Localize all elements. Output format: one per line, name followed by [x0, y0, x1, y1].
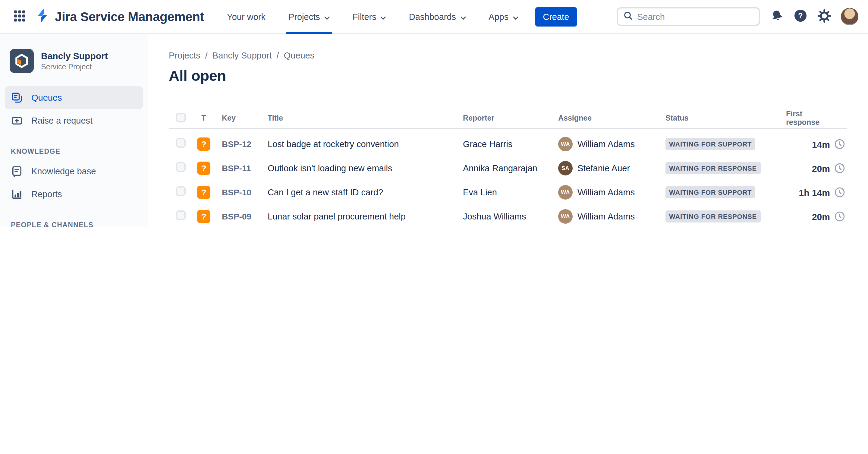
question-type-icon: ?	[197, 138, 210, 151]
sidebar-item-label: Raise a request	[31, 116, 93, 125]
question-type-icon: ?	[197, 186, 210, 199]
column-header-title[interactable]: Title	[264, 114, 463, 122]
column-header-key[interactable]: Key	[217, 114, 264, 122]
assignee-avatar: WA	[558, 185, 572, 200]
clock-icon	[834, 162, 846, 174]
issue-title-link[interactable]: Can I get a new staff ID card?	[268, 187, 383, 197]
nav-right-actions: ?	[767, 7, 858, 26]
grid-icon	[13, 9, 26, 24]
nav-item-projects[interactable]: Projects	[286, 0, 332, 33]
clock-icon	[834, 210, 846, 222]
issue-title-link[interactable]: Lost badge at rocketry convention	[268, 139, 399, 149]
nav-item-filters[interactable]: Filters	[350, 0, 389, 33]
top-navigation: Jira Service Management Your workProject…	[0, 0, 868, 34]
table-row: ? BSP-12 Lost badge at rocketry conventi…	[169, 132, 847, 156]
chevron-down-icon	[324, 12, 330, 22]
project-avatar	[10, 49, 34, 73]
app-switcher-button[interactable]	[10, 7, 29, 26]
chevron-down-icon	[381, 12, 386, 22]
breadcrumb-separator: /	[277, 51, 279, 60]
search-icon	[623, 10, 633, 23]
status-badge: WAITING FOR RESPONSE	[665, 211, 761, 222]
column-header-type[interactable]: T	[190, 114, 217, 122]
chevron-down-icon	[513, 12, 518, 22]
breadcrumb-link[interactable]: Projects	[169, 51, 200, 60]
brand[interactable]: Jira Service Management	[35, 8, 204, 25]
assignee-name: William Adams	[578, 212, 635, 221]
product-name: Jira Service Management	[55, 9, 204, 24]
sidebar-item-queues[interactable]: Queues	[5, 86, 143, 109]
notifications-button[interactable]	[767, 7, 786, 26]
sidebar-item-reports[interactable]: Reports	[5, 183, 143, 206]
table-body: ? BSP-12 Lost badge at rocketry conventi…	[169, 129, 847, 227]
sidebar-item-raise-a-request[interactable]: Raise a request	[5, 109, 143, 132]
issue-key-link[interactable]: BSP-12	[222, 139, 251, 149]
search-box[interactable]	[617, 7, 760, 26]
queues-icon	[11, 92, 23, 104]
main-content: Projects/Bancly Support/Queues All open …	[148, 34, 868, 227]
issue-key-link[interactable]: BSP-11	[222, 163, 251, 173]
reports-icon	[11, 188, 23, 200]
reporter-name: Annika Rangarajan	[463, 163, 558, 173]
queue-table: T Key Title Reporter Assignee Status Fir…	[169, 109, 847, 227]
create-button[interactable]: Create	[535, 7, 577, 26]
question-type-icon: ?	[197, 161, 210, 175]
breadcrumb-link[interactable]: Bancly Support	[213, 51, 272, 60]
sidebar-item-knowledge-base[interactable]: Knowledge base	[5, 160, 143, 183]
first-response-time: 20m	[812, 163, 830, 173]
bell-icon	[770, 9, 784, 24]
issue-title-link[interactable]: Lunar solar panel procurement help	[268, 212, 406, 221]
row-checkbox[interactable]	[176, 210, 186, 220]
settings-button[interactable]	[814, 7, 834, 26]
app-window: Jira Service Management Your workProject…	[0, 0, 868, 227]
column-header-first-response[interactable]: First response	[786, 110, 847, 127]
project-name: Bancly Support	[41, 51, 108, 61]
reporter-name: Grace Harris	[463, 139, 558, 149]
user-avatar[interactable]	[841, 8, 858, 25]
project-sidebar: Bancly Support Service Project QueuesRai…	[0, 34, 148, 227]
nav-item-dashboards[interactable]: Dashboards	[407, 0, 468, 33]
assignee-avatar: SA	[558, 161, 572, 176]
column-header-reporter[interactable]: Reporter	[463, 114, 558, 122]
assignee-name: William Adams	[578, 187, 635, 197]
sidebar-section-heading: KNOWLEDGE	[11, 148, 137, 155]
issue-title-link[interactable]: Outlook isn't loading new emails	[268, 163, 392, 173]
table-row: ? BSP-10 Can I get a new staff ID card? …	[169, 180, 847, 204]
issue-key-link[interactable]: BSP-10	[222, 187, 251, 197]
help-button[interactable]: ?	[791, 7, 810, 26]
row-checkbox[interactable]	[176, 186, 186, 196]
nav-item-your-work[interactable]: Your work	[224, 0, 268, 33]
column-header-status[interactable]: Status	[665, 114, 786, 122]
breadcrumb-link[interactable]: Queues	[284, 51, 315, 60]
assignee-name: Stefanie Auer	[578, 163, 630, 173]
table-row: ? BSP-09 Lunar solar panel procurement h…	[169, 204, 847, 227]
jira-logo-icon	[35, 8, 50, 25]
nav-item-label: Filters	[352, 12, 376, 22]
nav-item-apps[interactable]: Apps	[486, 0, 521, 33]
column-header-assignee[interactable]: Assignee	[558, 114, 665, 122]
issue-key-link[interactable]: BSP-09	[222, 212, 251, 221]
nav-item-label: Dashboards	[409, 12, 456, 22]
page-title: All open	[169, 67, 847, 84]
row-checkbox[interactable]	[176, 162, 186, 172]
select-all-checkbox[interactable]	[176, 113, 186, 122]
help-icon: ?	[793, 8, 808, 25]
first-response-time: 14m	[812, 139, 830, 149]
project-header: Bancly Support Service Project	[0, 34, 148, 73]
clock-icon	[834, 186, 846, 199]
reporter-name: Joshua Williams	[463, 212, 558, 221]
nav-item-label: Projects	[288, 12, 320, 22]
nav-item-label: Your work	[227, 12, 266, 22]
search-input[interactable]	[637, 12, 753, 22]
first-response-time: 1h 14m	[799, 187, 830, 198]
svg-text:?: ?	[798, 11, 803, 20]
sidebar-item-label: Knowledge base	[31, 167, 96, 176]
chevron-down-icon	[460, 12, 466, 22]
question-type-icon: ?	[197, 210, 210, 223]
assignee-avatar: WA	[558, 137, 572, 151]
app-shell: Bancly Support Service Project QueuesRai…	[0, 34, 868, 227]
sidebar-menu: QueuesRaise a requestKNOWLEDGEKnowledge …	[0, 86, 148, 227]
raise-request-icon	[11, 115, 23, 127]
nav-item-label: Apps	[489, 12, 508, 22]
row-checkbox[interactable]	[176, 138, 186, 148]
